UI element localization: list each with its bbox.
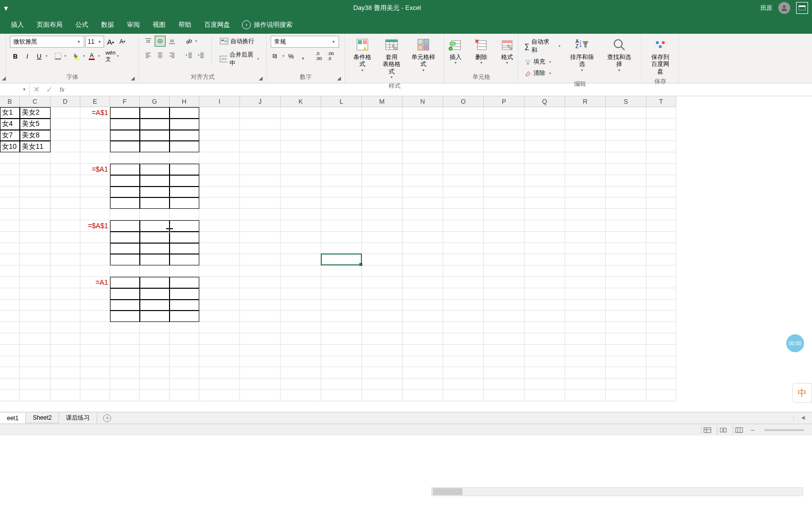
cell-S1[interactable]: [606, 107, 646, 119]
cell-T9[interactable]: [646, 197, 676, 209]
cell-R20[interactable]: [565, 322, 606, 333]
cell-K19[interactable]: [281, 311, 321, 322]
cell-L3[interactable]: [321, 130, 362, 141]
cell-H22[interactable]: [170, 345, 199, 356]
cell-value[interactable]: =$A$1: [80, 220, 110, 232]
cell-bordered[interactable]: [170, 187, 199, 198]
cell-D7[interactable]: [51, 175, 80, 187]
cell-I25[interactable]: [199, 379, 240, 390]
cell-K14[interactable]: [281, 254, 321, 265]
cell-G10[interactable]: [140, 209, 170, 220]
ime-badge[interactable]: 中: [792, 383, 812, 403]
cell-I24[interactable]: [199, 367, 240, 379]
cell-T4[interactable]: [646, 141, 676, 152]
cell-value[interactable]: 美女8: [20, 130, 51, 141]
cell-N7[interactable]: [403, 175, 443, 187]
cell-Q6[interactable]: [524, 164, 565, 175]
cell-O5[interactable]: [443, 152, 484, 164]
cell-value[interactable]: 女4: [0, 119, 20, 130]
fx-button[interactable]: fx: [56, 83, 68, 96]
cell-D6[interactable]: [51, 164, 80, 175]
cell-bordered[interactable]: [170, 288, 199, 300]
cell-H15[interactable]: [170, 265, 199, 277]
cell-K2[interactable]: [281, 119, 321, 130]
cell-bordered[interactable]: [110, 300, 140, 311]
cell-M21[interactable]: [362, 333, 403, 345]
cell-B22[interactable]: [0, 345, 20, 356]
cell-T10[interactable]: [646, 209, 676, 220]
cell-Q10[interactable]: [524, 209, 565, 220]
cell-N23[interactable]: [403, 356, 443, 368]
cell-E25[interactable]: [80, 379, 110, 390]
cell-O9[interactable]: [443, 197, 484, 209]
cell-Q7[interactable]: [524, 175, 565, 187]
cell-I14[interactable]: [199, 254, 240, 265]
cell-B18[interactable]: [0, 300, 20, 311]
cell-R4[interactable]: [565, 141, 606, 152]
cell-P10[interactable]: [484, 209, 524, 220]
percent-button[interactable]: %: [286, 51, 296, 62]
cell-Q2[interactable]: [524, 119, 565, 130]
cell-value[interactable]: 美女5: [20, 119, 51, 130]
cell-D9[interactable]: [51, 197, 80, 209]
cell-T13[interactable]: [646, 243, 676, 254]
cell-J10[interactable]: [240, 209, 281, 220]
cell-O25[interactable]: [443, 379, 484, 390]
cell-E21[interactable]: [80, 333, 110, 345]
cell-bordered[interactable]: [170, 130, 199, 141]
cell-C14[interactable]: [20, 254, 51, 265]
cell-G22[interactable]: [140, 345, 170, 356]
cell-G21[interactable]: [140, 333, 170, 345]
align-left-button[interactable]: [143, 50, 154, 61]
cell-T1[interactable]: [646, 107, 676, 119]
cell-R9[interactable]: [565, 197, 606, 209]
cell-T8[interactable]: [646, 187, 676, 198]
cell-S8[interactable]: [606, 187, 646, 198]
cell-bordered[interactable]: [140, 164, 170, 175]
cell-M2[interactable]: [362, 119, 403, 130]
cell-D14[interactable]: [51, 254, 80, 265]
cell-bordered[interactable]: [170, 243, 199, 254]
sort-filter-button[interactable]: AZ 排序和筛选 ▾: [565, 36, 600, 73]
cell-J3[interactable]: [240, 130, 281, 141]
col-header-K[interactable]: K: [281, 96, 321, 107]
cell-G25[interactable]: [140, 379, 170, 390]
fill-handle[interactable]: [359, 263, 362, 266]
cell-L9[interactable]: [321, 197, 362, 209]
cell-O26[interactable]: [443, 390, 484, 401]
cell-bordered[interactable]: [110, 119, 140, 130]
cell-R24[interactable]: [565, 367, 606, 379]
cell-bordered[interactable]: [170, 220, 199, 232]
cell-B16[interactable]: [0, 277, 20, 288]
page-break-view-button[interactable]: [733, 426, 745, 435]
cell-B24[interactable]: [0, 367, 20, 379]
cell-K7[interactable]: [281, 175, 321, 187]
cell-bordered[interactable]: [140, 141, 170, 152]
cell-P20[interactable]: [484, 322, 524, 333]
cell-bordered[interactable]: [140, 130, 170, 141]
cell-J24[interactable]: [240, 367, 281, 379]
cell-J12[interactable]: [240, 232, 281, 243]
cell-bordered[interactable]: [140, 107, 170, 119]
cell-K26[interactable]: [281, 390, 321, 401]
cell-O10[interactable]: [443, 209, 484, 220]
cell-E23[interactable]: [80, 356, 110, 368]
scrollbar-thumb[interactable]: [433, 488, 463, 495]
table-format-button[interactable]: 套用 表格格式 ▾: [378, 36, 406, 80]
cell-M7[interactable]: [362, 175, 403, 187]
cell-L18[interactable]: [321, 300, 362, 311]
cell-J16[interactable]: [240, 277, 281, 288]
find-select-button[interactable]: 查找和选择 ▾: [602, 36, 637, 73]
cell-R12[interactable]: [565, 232, 606, 243]
increase-indent-button[interactable]: [195, 50, 206, 61]
cell-bordered[interactable]: [140, 175, 170, 187]
cell-K21[interactable]: [281, 333, 321, 345]
cell-J5[interactable]: [240, 152, 281, 164]
cell-bordered[interactable]: [140, 311, 170, 322]
cell-N6[interactable]: [403, 164, 443, 175]
cell-P24[interactable]: [484, 367, 524, 379]
cell-M3[interactable]: [362, 130, 403, 141]
spreadsheet-grid[interactable]: BCDEFGHIJKLMNOPQRST 女1美女2女4美女5女7美女8女10美女…: [0, 96, 812, 412]
cell-Q5[interactable]: [524, 152, 565, 164]
cell-L6[interactable]: [321, 164, 362, 175]
